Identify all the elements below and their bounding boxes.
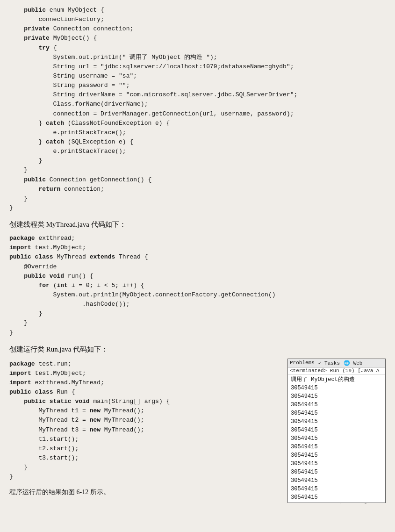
result-line: 30549415 — [291, 468, 382, 476]
result-box-header: Problems ✓ Tasks 🌐 Web — [288, 359, 385, 367]
result-line: 30549415 — [291, 485, 382, 493]
result-line: 30549415 — [291, 409, 382, 417]
result-line: 30549415 — [291, 434, 382, 443]
result-line: 30549415 — [291, 417, 382, 426]
web-tab[interactable]: 🌐 Web — [344, 360, 362, 366]
result-line: 30549415 — [291, 401, 382, 409]
myobject-code-block: public enum MyObject { connectionFactory… — [9, 5, 386, 214]
result-line: 30549415 — [291, 392, 382, 401]
result-box-content: 调用了 MyObject的构造3054941530549415305494153… — [288, 374, 385, 503]
heading-run: 创建运行类 Run.java 代码如下： — [9, 345, 386, 354]
result-box-subheader: <terminated> Run (19) [Java A — [288, 367, 385, 374]
result-line: 30549415 — [291, 384, 382, 392]
result-line: 30549415 — [291, 426, 382, 434]
page-container: public enum MyObject { connectionFactory… — [9, 5, 386, 504]
result-line: 30549415 — [291, 460, 382, 468]
result-line: 30549415 — [291, 476, 382, 485]
result-box: Problems ✓ Tasks 🌐 Web <terminated> Run … — [287, 359, 386, 503]
result-line: 调用了 MyObject的构造 — [291, 375, 382, 384]
problems-tab[interactable]: Problems — [290, 360, 315, 366]
result-line: 30549415 — [291, 443, 382, 451]
mythread-code-block: package extthread; import test.MyObject;… — [9, 233, 386, 338]
heading-mythread: 创建线程类 MyThread.java 代码如下： — [9, 220, 386, 229]
bottom-area: package test.run; import test.MyObject; … — [9, 359, 386, 483]
footer-left-text: 程序运行后的结果如图 6-12 所示。 — [9, 488, 110, 496]
tasks-tab[interactable]: ✓ Tasks — [318, 360, 340, 366]
result-line: 30549415 — [291, 451, 382, 460]
result-line: 30549415 — [291, 493, 382, 502]
